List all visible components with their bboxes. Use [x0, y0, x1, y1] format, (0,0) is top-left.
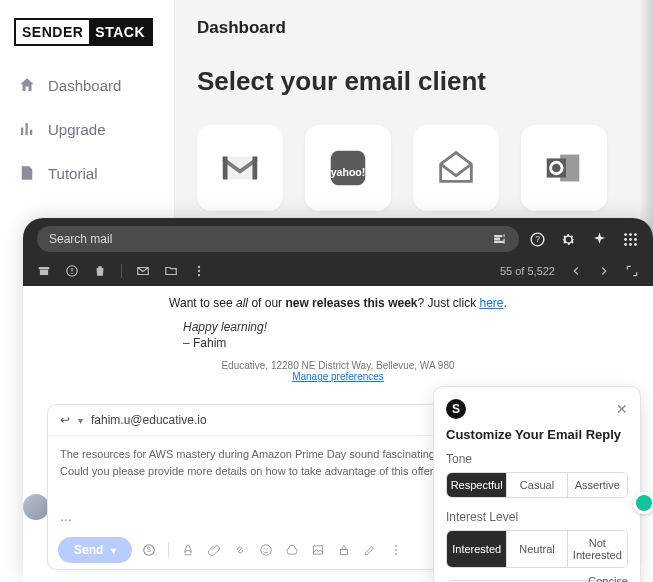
markunread-icon[interactable]	[136, 264, 150, 278]
close-icon[interactable]: ✕	[616, 401, 628, 417]
svg-text:yahoo!: yahoo!	[331, 166, 366, 178]
send-dropdown-icon[interactable]: ▾	[111, 545, 116, 556]
separator	[168, 542, 169, 558]
trash-icon[interactable]	[93, 264, 107, 278]
promo-bold: new releases this week	[285, 296, 417, 310]
tone-respectful[interactable]: Respectful	[447, 473, 507, 497]
promo-text: of our	[248, 296, 285, 310]
client-gmail[interactable]	[197, 125, 283, 211]
signoff: – Fahim	[23, 334, 653, 360]
toolbar-right: 55 of 5,522	[500, 264, 639, 278]
svg-point-27	[395, 545, 397, 547]
brand-logo: SENDER STACK	[14, 18, 153, 46]
svg-point-29	[395, 553, 397, 555]
client-outlook[interactable]	[521, 125, 607, 211]
promo-text: .	[504, 296, 507, 310]
interest-segment: Interested Neutral Not Interested	[446, 530, 628, 568]
svg-point-14	[629, 243, 632, 246]
sparkle-icon[interactable]	[591, 231, 608, 248]
search-placeholder: Search mail	[49, 232, 112, 246]
help-icon[interactable]: ?	[529, 231, 546, 248]
sidebar-item-label: Upgrade	[48, 121, 106, 138]
gear-icon[interactable]	[560, 231, 577, 248]
to-address: fahim.u@educative.io	[91, 413, 207, 427]
sidebar-item-dashboard[interactable]: Dashboard	[14, 70, 160, 100]
sidebar-nav: Dashboard Upgrade Tutorial	[14, 70, 160, 188]
svg-point-15	[634, 243, 637, 246]
greeting: Happy learning!	[23, 312, 653, 334]
logo-right: STACK	[89, 20, 151, 44]
tone-assertive[interactable]: Assertive	[568, 473, 627, 497]
mail-topbar: Search mail ? 55 of 5,522	[23, 218, 653, 286]
panel-logo-icon: S	[446, 399, 466, 419]
client-yahoo[interactable]: yahoo!	[305, 125, 391, 211]
sidebar-item-upgrade[interactable]: Upgrade	[14, 114, 160, 144]
link-icon[interactable]	[233, 543, 247, 557]
svg-point-22	[261, 545, 272, 556]
next-icon[interactable]	[597, 264, 611, 278]
lock-icon[interactable]	[337, 543, 351, 557]
concise-label: Concise	[588, 575, 628, 582]
attach-icon[interactable]	[207, 543, 221, 557]
promo-line: Want to see all of our new releases this…	[23, 286, 653, 312]
logo-left: SENDER	[16, 20, 89, 44]
archive-icon[interactable]	[37, 264, 51, 278]
send-button[interactable]: Send ▾	[58, 537, 132, 563]
doc-icon	[18, 164, 36, 182]
svg-point-9	[634, 233, 637, 236]
svg-rect-26	[341, 549, 348, 554]
promo-text: ? Just click	[417, 296, 479, 310]
format-icon[interactable]	[181, 543, 195, 557]
promo-link[interactable]: here	[480, 296, 504, 310]
svg-point-18	[198, 270, 200, 272]
page-headline: Select your email client	[197, 66, 621, 97]
svg-point-11	[629, 238, 632, 241]
more-compose-icon[interactable]	[389, 543, 403, 557]
emoji-icon[interactable]	[259, 543, 273, 557]
chart-icon	[18, 120, 36, 138]
tune-icon[interactable]	[493, 232, 507, 246]
drive-icon[interactable]	[285, 543, 299, 557]
toolbar-divider	[121, 264, 122, 278]
home-icon	[18, 76, 36, 94]
svg-point-7	[624, 233, 627, 236]
footer-address: Educative, 12280 NE District Way, Bellev…	[23, 360, 653, 371]
image-icon[interactable]	[311, 543, 325, 557]
svg-point-13	[624, 243, 627, 246]
svg-point-24	[268, 548, 269, 549]
panel-header: S ✕	[446, 399, 628, 419]
compose-icons: S	[142, 542, 403, 558]
search-input[interactable]: Search mail	[37, 226, 519, 252]
moveto-icon[interactable]	[164, 264, 178, 278]
client-generic-mail[interactable]	[413, 125, 499, 211]
reply-icon[interactable]: ↩	[60, 413, 70, 427]
gmail-icon	[217, 145, 263, 191]
more-icon[interactable]	[192, 264, 206, 278]
toolbar-row: 55 of 5,522	[23, 260, 653, 286]
expand-icon[interactable]	[625, 264, 639, 278]
tone-casual[interactable]: Casual	[507, 473, 567, 497]
prev-icon[interactable]	[569, 264, 583, 278]
promo-text: Want to see	[169, 296, 236, 310]
interest-neutral[interactable]: Neutral	[507, 531, 567, 567]
promo-em: all	[236, 296, 248, 310]
spam-icon[interactable]	[65, 264, 79, 278]
tone-segment: Respectful Casual Assertive	[446, 472, 628, 498]
manage-prefs-link[interactable]: Manage preferences	[292, 371, 384, 382]
apps-icon[interactable]	[622, 231, 639, 248]
svg-point-12	[634, 238, 637, 241]
grammarly-icon[interactable]	[633, 492, 653, 514]
page-title: Dashboard	[197, 18, 621, 38]
interest-interested[interactable]: Interested	[447, 531, 507, 567]
reply-mode-chevron-icon[interactable]: ▾	[78, 415, 83, 426]
senderstack-icon[interactable]: S	[142, 543, 156, 557]
mail-body: Want to see all of our new releases this…	[23, 286, 653, 574]
svg-point-19	[198, 274, 200, 276]
sidebar-item-tutorial[interactable]: Tutorial	[14, 158, 160, 188]
customize-panel: S ✕ Customize Your Email Reply Tone Resp…	[433, 386, 641, 582]
sidebar-item-label: Tutorial	[48, 165, 97, 182]
yahoo-icon: yahoo!	[325, 145, 371, 191]
interest-not[interactable]: Not Interested	[568, 531, 627, 567]
pen-icon[interactable]	[363, 543, 377, 557]
interest-label: Interest Level	[446, 510, 628, 524]
